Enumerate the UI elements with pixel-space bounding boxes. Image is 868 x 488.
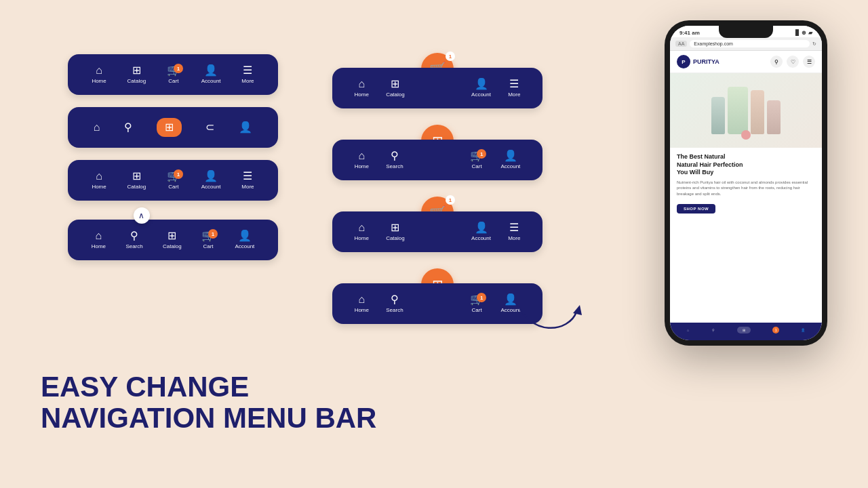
mbar-catalog-3[interactable]: ⊞ Catalog [386,222,405,241]
nav-item-more[interactable]: ☰ More [241,65,254,84]
more-label: More [241,78,254,84]
phone-nav-home[interactable]: ⌂ [687,328,689,332]
menu-header-icon[interactable]: ☰ [803,56,815,68]
home-label: Home [92,78,106,84]
mbar-3-wrapper: 🛒 1 ⌂ Home ⊞ Catalog 👤 Account ☰ More [332,211,542,252]
mbar-search-4[interactable]: ⚲ Search [386,294,403,313]
catalog-icon-3: ⊞ [132,171,141,182]
home-label-4: Home [92,243,106,249]
cart-label-3: Cart [168,184,178,190]
signal-icon: ▊ [795,30,800,36]
search-header-icon[interactable]: ⚲ [770,56,783,68]
mbar-account-3[interactable]: 👤 Account [471,222,491,241]
phone-browser-bar: AA Exampleshop.com ↻ [670,37,822,51]
mbar-account-icon-2: 👤 [504,150,517,161]
product-bottle-2 [751,90,764,134]
phone-nav-catalog-active[interactable]: ⊞ [737,327,751,333]
mbar-home-label-4: Home [355,307,369,313]
mbar-account-label-2: Account [500,163,520,169]
flower-decoration [741,130,751,140]
phone-hero-image [670,73,822,148]
nav-item-search-4[interactable]: ⚲ Search [125,230,142,249]
mbar-more-1[interactable]: ☰ More [508,79,520,98]
nav-item-home-2[interactable]: ⌂ [94,122,100,133]
mbar-home-4[interactable]: ⌂ Home [355,294,369,313]
home-icon-4: ⌂ [96,230,102,241]
mbar-account-1[interactable]: 👤 Account [471,79,491,98]
mbar-home-label-1: Home [355,92,369,98]
mbar-more-icon-1: ☰ [509,79,519,89]
nav-item-home[interactable]: ⌂ Home [92,65,106,84]
nav-item-cart-4[interactable]: 🛒 1 Cart [201,230,215,249]
catalog-label-4: Catalog [163,243,182,249]
home-icon-3: ⌂ [96,171,102,182]
mbar-search-label-2: Search [386,163,403,169]
mbar-catalog-1[interactable]: ⊞ Catalog [386,79,405,98]
browser-reload: ↻ [812,41,816,47]
mbar-home-1[interactable]: ⌂ Home [355,79,369,98]
phone-search-icon: ⚲ [712,328,715,332]
nav-item-cart[interactable]: 🛒 1 Cart [167,65,180,84]
cart-badge: 1 [174,64,183,73]
nav-item-home-4[interactable]: ⌂ Home [92,230,106,249]
nav-item-cart-3[interactable]: 🛒 1 Cart [167,171,180,190]
mbar-account-icon-1: 👤 [475,79,488,89]
cart-badge-4: 1 [208,229,218,239]
mbar-2: ⌂ Home ⚲ Search 🛒 1 Cart 👤 Account [332,140,542,180]
nav-item-account-4[interactable]: 👤 Account [235,230,254,249]
mbar-account-icon-3: 👤 [475,222,488,233]
nav-item-account-3[interactable]: 👤 Account [201,171,221,190]
nav-item-account-2[interactable]: 👤 [239,122,252,133]
mbar-search-2[interactable]: ⚲ Search [386,150,403,169]
mbar-search-label-4: Search [386,307,403,313]
nav-item-account[interactable]: 👤 Account [201,65,221,84]
phone-nav-cart[interactable]: 🛒 1 [774,328,778,332]
mbar-account-2[interactable]: 👤 Account [500,150,520,169]
nav-item-catalog-2-active[interactable]: ⊞ [157,118,182,137]
home-icon-2: ⌂ [94,122,100,133]
wishlist-icon[interactable]: ♡ [787,56,799,68]
mbar-more-icon-3: ☰ [509,222,519,233]
floating-badge-1: 1 [446,52,455,61]
logo-icon: P [677,55,690,68]
shop-now-button[interactable]: SHOP NOW [677,204,715,214]
mbar-cart-badge-2: 1 [477,149,486,159]
app-logo: P PURITYA [677,55,719,68]
mbar-cart-2[interactable]: 🛒 1 Cart [470,150,484,169]
product-bottle-center [728,87,748,134]
mbar-catalog-label-1: Catalog [386,92,405,98]
mbar-home-2[interactable]: ⌂ Home [355,150,369,169]
nav-bar-3: ⌂ Home ⊞ Catalog 🛒 1 Cart 👤 Account ☰ Mo… [68,160,278,201]
nav-item-catalog[interactable]: ⊞ Catalog [127,65,146,84]
cart-badge-3: 1 [174,169,183,179]
mbar-3: ⌂ Home ⊞ Catalog 👤 Account ☰ More [332,211,542,252]
mbar-home-3[interactable]: ⌂ Home [355,222,369,241]
mbar-home-icon-4: ⌂ [358,294,365,305]
phone-bottom-nav: ⌂ ⚲ ⊞ 🛒 1 👤 [670,323,822,340]
home-icon: ⌂ [96,65,102,76]
account-icon-3: 👤 [204,171,218,182]
phone-notch [719,26,773,38]
mbar-more-3[interactable]: ☰ More [508,222,520,241]
product-display [706,81,786,140]
phone-screen: 9:41 am ▊ ⊛ ▰ AA Exampleshop.com ↻ P PUR… [670,26,822,340]
nav-item-more-3[interactable]: ☰ More [241,171,254,190]
browser-aa: AA [675,41,687,47]
nav-item-cart-2[interactable]: ⊂ [205,122,214,133]
nav-item-catalog-3[interactable]: ⊞ Catalog [127,171,146,190]
nav-item-home-3[interactable]: ⌂ Home [92,171,106,190]
connecting-arrow [461,258,597,359]
phone-time: 9:41 am [679,30,700,36]
nav-item-catalog-4[interactable]: ⊞ Catalog [163,230,182,249]
mbar-catalog-icon-1: ⊞ [391,79,399,89]
nav-item-search-2[interactable]: ⚲ [124,122,132,133]
floating-badge-3: 1 [446,195,455,205]
search-icon-2: ⚲ [124,122,132,133]
phone-catalog-icon: ⊞ [743,328,745,332]
headline-line2: NAVIGATION MENU BAR [41,403,376,434]
search-icon-4: ⚲ [130,230,138,241]
phone-nav-account[interactable]: 👤 [801,328,805,332]
phone-home-icon: ⌂ [687,328,689,332]
account-icon-2: 👤 [239,122,252,133]
phone-nav-search[interactable]: ⚲ [712,328,715,332]
